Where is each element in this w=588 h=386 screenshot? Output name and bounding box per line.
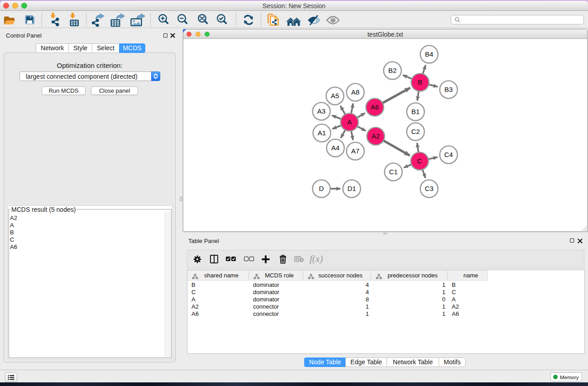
svg-text:B4: B4 [425,50,433,58]
svg-text:C2: C2 [411,128,420,135]
svg-text:A8: A8 [351,88,359,96]
svg-text:A: A [347,118,352,126]
svg-text:A5: A5 [331,92,339,100]
svg-text:A4: A4 [331,144,339,152]
svg-text:C: C [417,157,422,165]
svg-text:B2: B2 [388,67,397,74]
svg-text:C3: C3 [425,185,433,192]
svg-text:B: B [418,78,422,86]
svg-text:D1: D1 [347,185,356,192]
svg-text:C4: C4 [444,151,453,158]
svg-text:B1: B1 [411,108,420,115]
svg-text:A2: A2 [372,132,380,140]
svg-text:A6: A6 [371,103,379,111]
svg-text:D: D [319,185,324,192]
svg-text:A7: A7 [351,147,359,155]
svg-text:A1: A1 [318,129,326,137]
svg-text:C1: C1 [389,168,397,176]
svg-text:A3: A3 [317,107,325,115]
svg-text:B3: B3 [445,86,453,93]
